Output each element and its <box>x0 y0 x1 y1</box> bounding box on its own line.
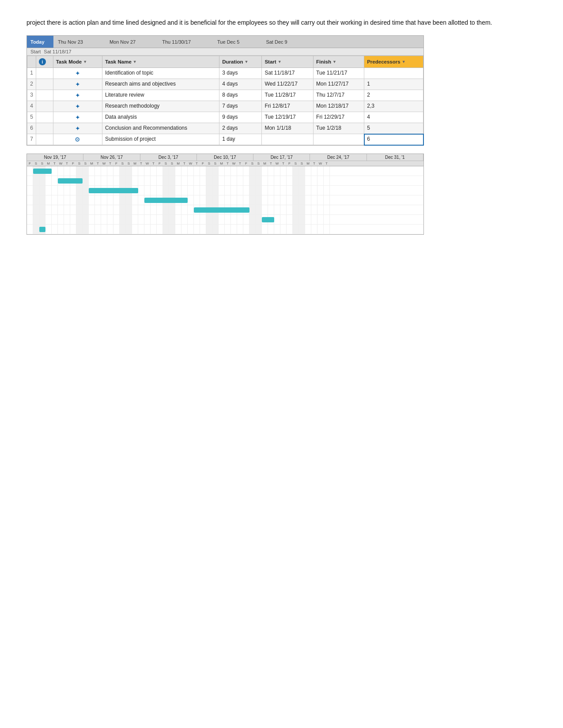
chart-day-col <box>175 166 181 176</box>
chart-day-col <box>262 176 268 185</box>
gantt-bar <box>89 188 138 193</box>
chart-day-col <box>219 215 225 224</box>
chart-day-col <box>113 225 120 234</box>
chart-day-col <box>212 186 219 195</box>
table-row[interactable]: 4 ✦ Research methodology 7 days Fri 12/8… <box>27 101 423 112</box>
chart-day-col <box>120 166 126 176</box>
chart-day-cell: T <box>107 161 113 166</box>
chart-day-col <box>107 215 113 224</box>
gantt-bar <box>58 178 83 184</box>
chart-day-col <box>262 186 268 195</box>
chart-day-col <box>262 166 268 176</box>
chart-day-col <box>33 215 39 224</box>
chart-day-col <box>163 166 169 176</box>
chart-day-col <box>280 205 287 214</box>
predecessors-cell[interactable]: 4 <box>364 112 423 123</box>
chart-day-col <box>305 205 311 214</box>
predecessors-cell[interactable]: 1 <box>364 79 423 90</box>
chart-day-col <box>33 176 39 185</box>
chart-day-col <box>311 176 317 185</box>
start-dropdown-icon[interactable]: ▼ <box>278 60 282 64</box>
table-row[interactable]: 1 ✦ Identification of topic 3 days Sat 1… <box>27 68 423 79</box>
start-label-th: Start <box>264 59 276 64</box>
predecessors-cell[interactable]: 2,3 <box>364 101 423 112</box>
task-name-cell[interactable]: Submission of project <box>102 134 219 145</box>
start-label: Start <box>30 49 41 54</box>
table-row[interactable]: 3 ✦ Literature review 8 days Tue 11/28/1… <box>27 90 423 101</box>
chart-day-cell: T <box>194 161 200 166</box>
chart-day-col <box>157 166 163 176</box>
chart-day-col <box>225 225 231 234</box>
predecessors-cell[interactable]: 2 <box>364 90 423 101</box>
row-info <box>36 90 53 101</box>
chart-day-col <box>132 195 138 205</box>
chart-day-col <box>132 166 138 176</box>
task-name-dropdown-icon[interactable]: ▼ <box>133 60 137 64</box>
duration-dropdown-icon[interactable]: ▼ <box>245 60 249 64</box>
chart-day-col <box>163 225 169 234</box>
chart-day-cell: F <box>243 161 249 166</box>
chart-day-col <box>256 176 262 185</box>
task-name-cell[interactable]: Conclusion and Recommendations <box>102 123 219 134</box>
chart-day-col <box>163 176 169 185</box>
table-row[interactable]: 2 ✦ Research aims and objectives 4 days … <box>27 79 423 90</box>
chart-day-col <box>70 195 76 205</box>
chart-day-col <box>299 195 305 205</box>
chart-day-col <box>206 215 212 224</box>
table-row[interactable]: 6 ✦ Conclusion and Recommendations 2 day… <box>27 123 423 134</box>
task-name-cell[interactable]: Identification of topic <box>102 68 219 79</box>
row-number: 6 <box>27 123 36 134</box>
table-row[interactable]: 7 ⚙ Submission of project 1 day 6 <box>27 134 423 145</box>
chart-day-col <box>181 166 188 176</box>
chart-day-col <box>27 176 33 185</box>
chart-day-col <box>256 205 262 214</box>
chart-day-cell: W <box>317 161 324 166</box>
predecessors-cell[interactable]: 6 <box>364 134 423 145</box>
task-mode-dropdown-icon[interactable]: ▼ <box>83 60 87 64</box>
chart-week-label: Dec 17, '17 <box>253 154 310 161</box>
gantt-chart-wrapper: Nov 19, '17Nov 26, '17Dec 3, '17Dec 10, … <box>26 154 424 235</box>
chart-day-col <box>200 166 206 176</box>
chart-day-col <box>126 205 132 214</box>
chart-day-col <box>219 176 225 185</box>
task-name-cell[interactable]: Research methodology <box>102 101 219 112</box>
chart-day-col <box>27 166 33 176</box>
chart-day-col <box>107 225 113 234</box>
chart-day-col <box>157 176 163 185</box>
task-name-cell[interactable]: Research aims and objectives <box>102 79 219 90</box>
predecessors-cell[interactable]: 5 <box>364 123 423 134</box>
chart-day-col <box>52 166 58 176</box>
chart-day-col <box>113 215 120 224</box>
chart-day-col <box>144 166 151 176</box>
duration-label: Duration <box>222 59 243 64</box>
th-info: i <box>36 56 53 68</box>
chart-day-col <box>237 195 243 205</box>
chart-day-col <box>243 176 249 185</box>
chart-day-col <box>194 176 200 185</box>
chart-day-col <box>225 215 231 224</box>
chart-day-cell: F <box>27 161 33 166</box>
chart-day-col <box>225 166 231 176</box>
chart-day-cell: T <box>52 161 58 166</box>
table-row[interactable]: 5 ✦ Data analysis 9 days Tue 12/19/17 Fr… <box>27 112 423 123</box>
date-thu-nov30: Thu 11/30/17 <box>162 39 191 45</box>
th-start: Start ▼ <box>262 56 314 68</box>
chart-day-col <box>256 186 262 195</box>
task-name-cell[interactable]: Literature review <box>102 90 219 101</box>
chart-day-col <box>219 186 225 195</box>
chart-day-col <box>70 215 76 224</box>
chart-day-col <box>194 166 200 176</box>
predecessors-dropdown-icon[interactable]: ▼ <box>402 60 406 64</box>
chart-day-row: FSSMTWTFSSMTWTFSSMTWTFSSMTWTFSSMTWTFSSMT… <box>27 161 423 166</box>
chart-day-col <box>299 215 305 224</box>
chart-day-col <box>256 195 262 205</box>
chart-day-col <box>120 195 126 205</box>
chart-day-cell: M <box>132 161 138 166</box>
chart-day-col <box>262 225 268 234</box>
chart-day-col <box>311 225 317 234</box>
finish-dropdown-icon[interactable]: ▼ <box>333 60 336 64</box>
gantt-top-bar: Today Thu Nov 23 Mon Nov 27 Thu 11/30/17… <box>27 36 423 48</box>
chart-day-col <box>287 215 293 224</box>
predecessors-cell[interactable] <box>364 68 423 79</box>
task-name-cell[interactable]: Data analysis <box>102 112 219 123</box>
